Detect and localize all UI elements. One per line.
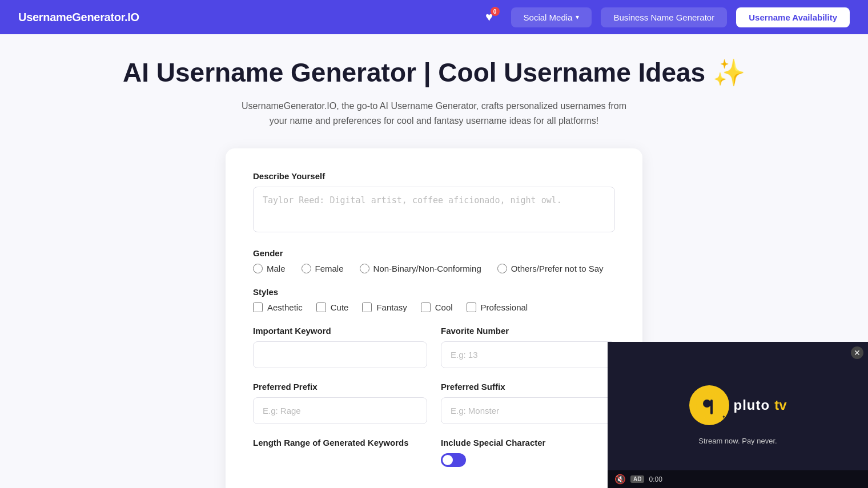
gender-nonbinary-label: Non-Binary/Non-Conforming xyxy=(373,264,481,273)
svg-rect-2 xyxy=(710,400,713,414)
ad-close-button[interactable]: ✕ xyxy=(851,346,863,359)
describe-field-group: Describe Yourself xyxy=(253,171,615,235)
suffix-field-group: Preferred Suffix xyxy=(441,382,615,424)
length-label: Length Range of Generated Keywords xyxy=(253,438,427,447)
gender-options: Male Female Non-Binary/Non-Conforming Ot… xyxy=(253,264,615,273)
prefix-suffix-row: Preferred Prefix Preferred Suffix xyxy=(253,382,615,424)
style-options: Aesthetic Cute Fantasy Cool Professional xyxy=(253,303,615,312)
style-fantasy-checkbox[interactable] xyxy=(362,303,372,312)
style-cool[interactable]: Cool xyxy=(421,303,453,312)
gender-female-radio[interactable] xyxy=(302,264,311,273)
ad-time: 0:00 xyxy=(649,475,662,483)
prefix-input[interactable] xyxy=(253,397,427,424)
page-title-text: AI Username Generator | Cool Username Id… xyxy=(123,58,713,87)
style-professional-label: Professional xyxy=(481,303,528,312)
length-field-group: Length Range of Generated Keywords xyxy=(253,438,427,467)
number-input[interactable] xyxy=(441,341,615,368)
favorites-badge: 0 xyxy=(491,7,500,16)
gender-field-group: Gender Male Female Non-Binary/Non-Confor… xyxy=(253,248,615,273)
special-char-label: Include Special Character xyxy=(441,438,615,447)
suffix-label: Preferred Suffix xyxy=(441,382,615,392)
styles-field-group: Styles Aesthetic Cute Fantasy Cool xyxy=(253,287,615,312)
navbar: UsernameGenerator.IO ♥ 0 Social Media ▾ … xyxy=(0,0,868,34)
special-char-toggle[interactable] xyxy=(441,453,466,467)
site-logo: UsernameGenerator.IO xyxy=(18,11,468,24)
pluto-logo: tv pluto tv xyxy=(689,385,787,425)
prefix-field-group: Preferred Prefix xyxy=(253,382,427,424)
ad-tagline: Stream now. Pay never. xyxy=(698,437,777,445)
style-cool-label: Cool xyxy=(435,303,453,312)
favorites-button[interactable]: ♥ 0 xyxy=(477,5,502,30)
style-aesthetic-label: Aesthetic xyxy=(267,303,303,312)
style-aesthetic[interactable]: Aesthetic xyxy=(253,303,303,312)
business-name-label: Business Name Generator xyxy=(613,13,714,22)
style-fantasy[interactable]: Fantasy xyxy=(362,303,407,312)
generator-form: Describe Yourself Gender Male Female Non… xyxy=(226,148,642,488)
length-special-row: Length Range of Generated Keywords Inclu… xyxy=(253,438,615,467)
title-emoji: ✨ xyxy=(713,58,745,87)
page-subtitle: UsernameGenerator.IO, the go-to AI Usern… xyxy=(234,99,634,128)
style-aesthetic-checkbox[interactable] xyxy=(253,303,263,312)
gender-female-label: Female xyxy=(315,264,344,273)
gender-other-label: Others/Prefer not to Say xyxy=(511,264,604,273)
pluto-icon xyxy=(695,391,724,420)
style-cute-label: Cute xyxy=(331,303,349,312)
business-name-button[interactable]: Business Name Generator xyxy=(601,7,727,27)
social-media-button[interactable]: Social Media ▾ xyxy=(511,7,592,27)
style-fantasy-label: Fantasy xyxy=(376,303,407,312)
prefix-label: Preferred Prefix xyxy=(253,382,427,392)
gender-male-radio[interactable] xyxy=(253,264,263,273)
describe-label: Describe Yourself xyxy=(253,171,615,181)
gender-other-radio[interactable] xyxy=(497,264,507,273)
ad-widget: ✕ tv pluto tv Stream now. Pay never. 🔇 A… xyxy=(608,342,868,488)
number-field-group: Favorite Number xyxy=(441,326,615,368)
gender-male[interactable]: Male xyxy=(253,264,286,273)
styles-label: Styles xyxy=(253,287,615,297)
style-cute-checkbox[interactable] xyxy=(316,303,326,312)
username-availability-button[interactable]: Username Availability xyxy=(736,7,850,27)
pluto-brand-tv: tv xyxy=(774,397,786,413)
page-title: AI Username Generator | Cool Username Id… xyxy=(123,57,745,88)
gender-male-label: Male xyxy=(267,264,286,273)
style-professional-checkbox[interactable] xyxy=(467,303,476,312)
suffix-input[interactable] xyxy=(441,397,615,424)
pluto-tv-text: tv xyxy=(722,414,726,420)
pluto-brand-name: pluto xyxy=(734,397,770,413)
keyword-input[interactable] xyxy=(253,341,427,368)
gender-nonbinary-radio[interactable] xyxy=(360,264,369,273)
special-char-field-group: Include Special Character xyxy=(441,438,615,467)
chevron-down-icon: ▾ xyxy=(576,13,579,21)
number-label: Favorite Number xyxy=(441,326,615,336)
ad-bottom-bar: 🔇 AD 0:00 xyxy=(608,470,868,488)
pluto-circle: tv xyxy=(689,385,729,425)
mute-icon[interactable]: 🔇 xyxy=(614,474,626,485)
gender-other[interactable]: Others/Prefer not to Say xyxy=(497,264,604,273)
keyword-field-group: Important Keyword xyxy=(253,326,427,368)
keyword-label: Important Keyword xyxy=(253,326,427,336)
style-cool-checkbox[interactable] xyxy=(421,303,431,312)
keyword-number-row: Important Keyword Favorite Number xyxy=(253,326,615,368)
social-media-label: Social Media xyxy=(524,13,573,22)
ad-badge: AD xyxy=(630,475,644,483)
svg-point-1 xyxy=(703,400,711,408)
username-availability-label: Username Availability xyxy=(749,13,837,22)
describe-input[interactable] xyxy=(253,187,615,232)
gender-female[interactable]: Female xyxy=(302,264,344,273)
style-cute[interactable]: Cute xyxy=(316,303,349,312)
gender-label: Gender xyxy=(253,248,615,258)
gender-nonbinary[interactable]: Non-Binary/Non-Conforming xyxy=(360,264,481,273)
style-professional[interactable]: Professional xyxy=(467,303,528,312)
